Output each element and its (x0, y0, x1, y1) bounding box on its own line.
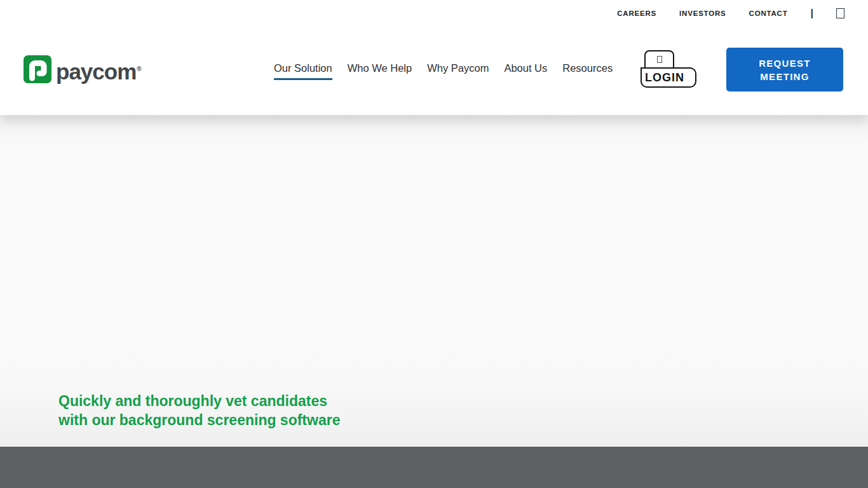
topbar-separator: | (811, 8, 813, 19)
topbar-link-investors[interactable]: INVESTORS (679, 10, 726, 17)
lock-icon (657, 56, 662, 63)
login-label: LOGIN (641, 67, 696, 88)
paycom-logo-icon (24, 55, 51, 86)
hero-heading-line2: with our background screening software (58, 410, 340, 430)
nav-item-resources[interactable]: Resources (562, 62, 613, 80)
nav-item-about-us[interactable]: About Us (504, 62, 547, 80)
main-navigation: Our Solution Who We Help Why Paycom Abou… (274, 62, 613, 80)
paycom-logo[interactable]: paycom® (24, 55, 141, 86)
request-meeting-button[interactable]: REQUEST MEETING (726, 48, 843, 92)
nav-item-why-paycom[interactable]: Why Paycom (427, 62, 489, 80)
site-header: CAREERS INVESTORS CONTACT | paycom® Our … (0, 0, 868, 115)
paycom-landing-page: CAREERS INVESTORS CONTACT | paycom® Our … (0, 0, 868, 488)
logo-wordmark: paycom® (56, 55, 141, 86)
topbar-link-contact[interactable]: CONTACT (749, 10, 788, 17)
login-tab (644, 50, 674, 69)
logo-trademark: ® (137, 65, 140, 72)
topbar-link-careers[interactable]: CAREERS (617, 10, 656, 17)
login-button[interactable]: LOGIN (641, 50, 696, 88)
hero-heading-line1: Quickly and thoroughly vet candidates (58, 391, 340, 410)
utility-topbar: CAREERS INVESTORS CONTACT | (0, 0, 868, 27)
nav-item-who-we-help[interactable]: Who We Help (348, 62, 412, 80)
nav-item-our-solution[interactable]: Our Solution (274, 62, 332, 80)
hero-section: Quickly and thoroughly vet candidates wi… (0, 115, 868, 447)
hero-heading: Quickly and thoroughly vet candidates wi… (58, 391, 340, 430)
cookie-consent-banner: By clicking “Accept All Cookies”, you ag… (0, 447, 868, 488)
search-icon[interactable] (836, 8, 844, 18)
